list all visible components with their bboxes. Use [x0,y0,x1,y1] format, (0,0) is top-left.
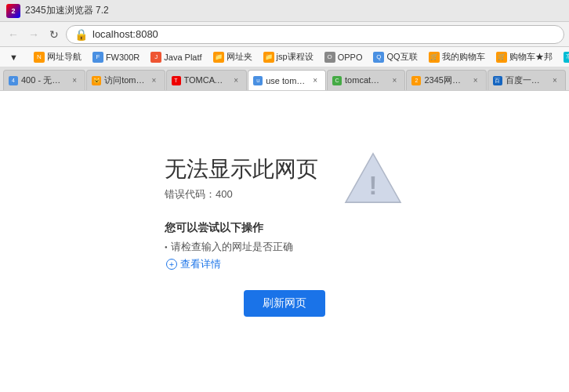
tab-tomcat-access-favicon: 🐱 [92,76,101,85]
tab-tomcat-visit-favicon: T [172,76,181,85]
tab-use-tomcat-close[interactable]: × [310,75,321,86]
bookmark-cart2[interactable]: 🛒 购物车★邦 [491,49,557,64]
tab-use-tomcat-favicon: u [253,76,263,85]
navigation-bar: ← → ↻ 🔒 [0,22,569,47]
bookmark-ticket-icon: 车 [564,52,569,63]
bookmark-nav[interactable]: N 网址导航 [29,49,86,64]
error-main: 无法显示此网页 错误代码：400 ! [165,151,404,205]
tab-400[interactable]: 4 400 - 无法显示... × [3,70,85,90]
details-label: 查看详情 [180,257,221,271]
tab-tomcat-access-close[interactable]: × [149,75,160,86]
warning-icon: ! [342,151,404,205]
tab-tomcat-visit[interactable]: T TOMCAT 访问... × [166,70,248,90]
bookmark-urldir-icon: 📁 [213,52,224,63]
tab-baidu-label: 百度一下，快... [506,74,546,86]
bookmark-qq-icon: Q [373,52,384,63]
tab-use-tomcat[interactable]: u use tomcat in... × [248,70,326,90]
bookmark-fw[interactable]: F FW300R [88,50,144,64]
tab-tomcat-start-favicon: C [332,76,342,85]
error-text-block: 无法显示此网页 错误代码：400 [165,154,318,201]
tab-tomcat-access[interactable]: 🐱 访问tomcat主... × [86,70,165,90]
tab-tomcat-access-label: 访问tomcat主... [104,74,145,86]
refresh-page-button[interactable]: 刷新网页 [244,290,325,317]
bookmarks-menu-btn[interactable]: ▼ [5,51,23,64]
bookmark-java-icon: J [150,52,161,63]
bookmark-fw-icon: F [92,52,103,63]
bookmark-urldir[interactable]: 📁 网址夹 [208,49,257,64]
bookmark-cart-icon: 🛒 [429,52,440,63]
title-bar: 2 2345加速浏览器 7.2 [0,0,569,22]
tab-tomcat-visit-label: TOMCAT 访问... [184,74,228,86]
bookmark-jsp[interactable]: 📁 jsp课程设 [259,49,318,64]
bookmark-cart2-icon: 🛒 [496,52,507,63]
svg-text:!: ! [369,171,378,200]
error-container: 无法显示此网页 错误代码：400 ! 您可以尝试以下操作 请检查输入的网址是否正… [165,151,404,317]
refresh-button[interactable]: ↻ [45,26,63,43]
address-input[interactable] [92,28,556,40]
address-bar[interactable]: 🔒 [66,25,564,44]
tab-2345nav-favicon: 2 [411,76,421,85]
main-content: 无法显示此网页 错误代码：400 ! 您可以尝试以下操作 请检查输入的网址是否正… [0,91,569,392]
bookmark-ticket[interactable]: 车 车票预订 | [559,49,569,64]
tab-400-label: 400 - 无法显示... [21,74,66,86]
suggestions-block: 您可以尝试以下操作 请检查输入的网址是否正确 + 查看详情 [165,221,293,271]
bookmark-qq[interactable]: Q QQ互联 [368,49,422,64]
tab-use-tomcat-label: use tomcat in... [266,76,306,85]
bookmarks-bar: ▼ N 网址导航 F FW300R J Java Platf 📁 网址夹 📁 j… [0,47,569,67]
bookmark-java[interactable]: J Java Platf [146,50,206,64]
tab-400-close[interactable]: × [69,75,80,86]
tabs-bar: 4 400 - 无法显示... × 🐱 访问tomcat主... × T TOM… [0,67,569,91]
suggestion-item-1: 请检查输入的网址是否正确 [165,240,293,254]
tab-tomcat-start-close[interactable]: × [389,75,400,86]
bookmark-cart[interactable]: 🛒 我的购物车 [424,49,490,64]
address-icon: 🔒 [74,28,88,41]
tab-2345nav-close[interactable]: × [470,75,481,86]
bookmark-oppo[interactable]: O OPPO [320,50,368,64]
bookmark-jsp-icon: 📁 [263,52,274,63]
app-title: 2345加速浏览器 7.2 [25,4,109,17]
error-code: 错误代码：400 [165,187,318,201]
error-title: 无法显示此网页 [165,154,318,184]
tab-tomcat-start-label: tomcat启动，... [345,74,386,86]
tab-tomcat-visit-close[interactable]: × [230,75,241,86]
details-plus-icon: + [166,259,177,270]
tab-tomcat-start[interactable]: C tomcat启动，... × [327,70,405,90]
tab-400-favicon: 4 [9,76,18,85]
tab-2345nav[interactable]: 2 2345网址导航... × [406,70,486,90]
tab-baidu-favicon: 百 [493,76,502,85]
forward-button[interactable]: → [25,26,42,43]
bookmark-nav-icon: N [34,52,45,63]
tab-baidu-close[interactable]: × [549,75,560,86]
tab-baidu[interactable]: 百 百度一下，快... × [487,70,566,90]
bookmark-oppo-icon: O [324,52,335,63]
suggestions-title: 您可以尝试以下操作 [165,221,293,235]
tab-2345nav-label: 2345网址导航... [424,74,466,86]
app-logo: 2 [6,4,20,18]
back-button[interactable]: ← [5,26,22,43]
details-link[interactable]: + 查看详情 [166,257,293,271]
